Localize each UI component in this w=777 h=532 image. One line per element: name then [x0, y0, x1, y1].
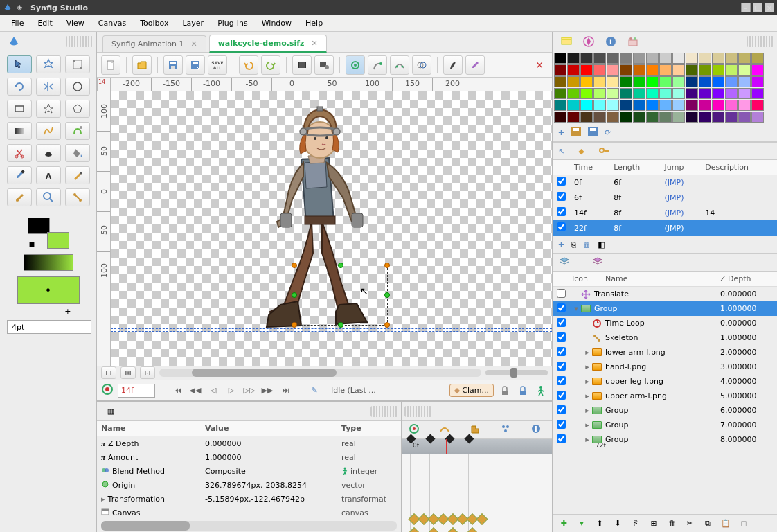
panel-grip[interactable] — [404, 406, 432, 417]
keyframe-checkbox[interactable] — [557, 222, 566, 231]
swatch[interactable] — [607, 88, 619, 99]
swatch[interactable] — [554, 88, 566, 99]
swatch[interactable] — [712, 53, 724, 64]
param-row[interactable]: Origin326.789674px,-2038.8254 vector — [97, 478, 401, 492]
swatch[interactable] — [554, 53, 566, 64]
keyframe-checkbox[interactable] — [557, 177, 566, 186]
ruler-origin[interactable]: 14 — [97, 78, 111, 91]
keyframe-row[interactable]: 6f8f(JMP) — [553, 190, 777, 205]
swatch[interactable] — [738, 76, 751, 87]
add-keyframe-button[interactable]: ✚ — [558, 240, 564, 249]
undo-button[interactable] — [239, 55, 258, 75]
skeleton-tool[interactable] — [65, 188, 90, 206]
swatch[interactable] — [686, 112, 698, 123]
animate-mode-icon[interactable] — [101, 383, 114, 398]
scale-tool[interactable] — [65, 55, 90, 73]
menu-plug-ins[interactable]: Plug-Ins — [211, 16, 255, 30]
swatch[interactable] — [738, 88, 751, 99]
keyframe-row[interactable]: 22f8f(JMP) — [553, 220, 777, 236]
open-button[interactable] — [132, 55, 152, 75]
swatch[interactable] — [554, 76, 566, 87]
swatch[interactable] — [620, 112, 632, 123]
info-tab-icon[interactable]: i — [604, 35, 618, 48]
swatch[interactable] — [567, 76, 580, 87]
palette-tab-icon[interactable] — [560, 35, 573, 48]
animate-toggle-icon[interactable] — [534, 384, 548, 398]
group-layer-button[interactable]: ⊞ — [647, 517, 661, 530]
horizontal-scrollbar[interactable] — [159, 369, 481, 377]
new-file-button[interactable] — [101, 55, 120, 75]
increase-size-button[interactable]: + — [64, 307, 71, 316]
layer-row[interactable]: ▾Group1.000000 — [553, 301, 777, 316]
fill-color-swatch[interactable] — [47, 232, 69, 249]
circle-tool[interactable] — [65, 78, 90, 96]
swatch[interactable] — [567, 100, 580, 111]
swatch[interactable] — [620, 88, 632, 99]
menu-window[interactable]: Window — [255, 16, 298, 30]
info-icon[interactable]: i — [530, 423, 542, 436]
layer-visibility-checkbox[interactable] — [557, 391, 566, 400]
menu-canvas[interactable]: Canvas — [91, 16, 133, 30]
swatch[interactable] — [659, 112, 672, 123]
swatch[interactable] — [738, 53, 751, 64]
text-tool[interactable]: A — [36, 166, 61, 184]
swatch[interactable] — [686, 64, 698, 76]
menu-toolbox[interactable]: Toolbox — [133, 16, 175, 30]
swatch[interactable] — [738, 100, 751, 111]
swatch[interactable] — [646, 53, 659, 64]
next-keyframe-icon[interactable]: ⊡ — [140, 366, 155, 379]
layers-tab-icon[interactable] — [558, 256, 571, 270]
expand-icon[interactable]: ▸ — [583, 420, 591, 429]
preview-button[interactable] — [314, 55, 334, 75]
onion-skin-button[interactable] — [346, 55, 365, 75]
swatch[interactable] — [633, 53, 645, 64]
swatch[interactable] — [699, 64, 711, 76]
menu-file[interactable]: File — [4, 16, 30, 30]
eyedrop-tool[interactable] — [7, 166, 32, 184]
swatch[interactable] — [686, 53, 698, 64]
keyframe-row[interactable]: 0f6f(JMP) — [553, 175, 777, 190]
width-tool[interactable] — [36, 144, 61, 162]
swatch[interactable] — [699, 100, 711, 111]
mirror-tool[interactable] — [36, 78, 61, 96]
swatch[interactable] — [554, 112, 566, 123]
zoom-slider[interactable] — [485, 370, 548, 375]
swatch[interactable] — [751, 76, 764, 87]
swatch[interactable] — [751, 88, 764, 99]
swatch[interactable] — [607, 76, 619, 87]
swatch[interactable] — [646, 112, 659, 123]
draw-tool[interactable] — [65, 122, 90, 140]
cut-tool[interactable] — [7, 144, 32, 162]
swatch[interactable] — [593, 112, 606, 123]
expand-icon[interactable]: ▸ — [583, 377, 591, 386]
swatch[interactable] — [659, 88, 672, 99]
layer-row[interactable]: ▸hand-l.png3.000000 — [553, 360, 777, 374]
paste-layer-button[interactable]: 📋 — [719, 517, 733, 530]
swatch[interactable] — [686, 88, 698, 99]
swatch[interactable] — [633, 112, 645, 123]
swatch[interactable] — [712, 64, 724, 76]
swatch[interactable] — [725, 88, 738, 99]
open-palette-button[interactable] — [588, 127, 598, 139]
swatch[interactable] — [725, 64, 738, 76]
panel-grip[interactable] — [66, 36, 93, 47]
swatch[interactable] — [593, 88, 606, 99]
swatch[interactable] — [712, 100, 724, 111]
save-palette-button[interactable] — [571, 127, 581, 139]
keyframe-list-icon[interactable]: ⊞ — [120, 366, 136, 379]
smooth-move-tool[interactable] — [36, 55, 61, 73]
layer-row[interactable]: Skeleton1.000000 — [553, 330, 777, 345]
render-button[interactable] — [292, 55, 312, 75]
layer-visibility-checkbox[interactable] — [557, 347, 566, 356]
swatch[interactable] — [633, 100, 645, 111]
swatch[interactable] — [567, 112, 580, 123]
swatch[interactable] — [725, 76, 738, 87]
layer-visibility-checkbox[interactable] — [557, 303, 566, 312]
lock-past-button[interactable] — [516, 384, 530, 398]
layer-visibility-checkbox[interactable] — [557, 332, 566, 342]
swatch[interactable] — [646, 88, 659, 99]
redo-button[interactable] — [261, 55, 280, 75]
layer-row[interactable]: ▸Group8.000000 — [553, 432, 777, 447]
swatch[interactable] — [567, 88, 580, 99]
swatch[interactable] — [725, 53, 738, 64]
